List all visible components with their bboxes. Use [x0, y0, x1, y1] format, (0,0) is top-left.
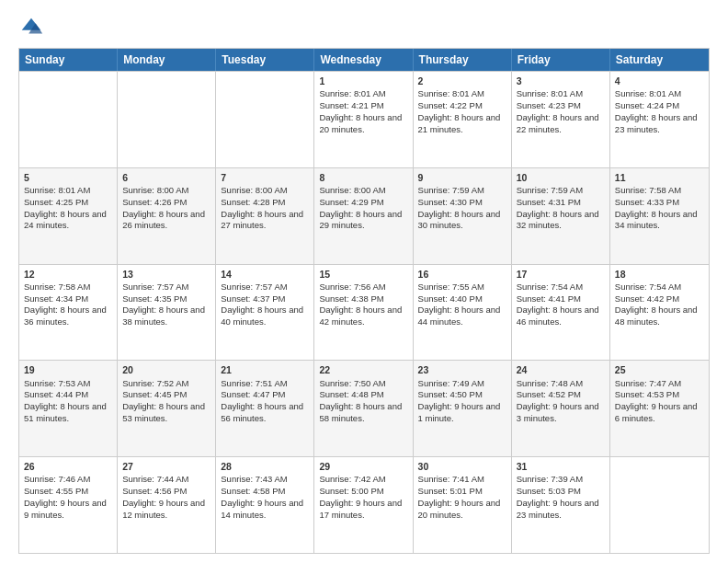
sunrise-text: Sunrise: 7:59 AM	[517, 185, 605, 197]
day-number: 8	[319, 171, 407, 184]
day-number: 18	[615, 268, 704, 281]
sunrise-text: Sunrise: 8:00 AM	[221, 185, 309, 197]
calendar-cell: 16Sunrise: 7:55 AMSunset: 4:40 PMDayligh…	[414, 265, 512, 361]
daylight-text: Daylight: 8 hours and 23 minutes.	[615, 112, 704, 136]
sunset-text: Sunset: 4:53 PM	[615, 389, 704, 401]
calendar-cell: 13Sunrise: 7:57 AMSunset: 4:35 PMDayligh…	[118, 265, 216, 361]
sunrise-text: Sunrise: 7:51 AM	[221, 378, 309, 390]
logo	[18, 15, 48, 40]
calendar-cell	[216, 72, 314, 167]
daylight-text: Daylight: 9 hours and 17 minutes.	[319, 498, 407, 522]
day-number: 2	[418, 75, 506, 87]
sunrise-text: Sunrise: 8:00 AM	[319, 185, 407, 197]
page: SundayMondayTuesdayWednesdayThursdayFrid…	[0, 0, 728, 563]
day-number: 22	[319, 363, 407, 376]
sunset-text: Sunset: 4:35 PM	[122, 293, 210, 305]
header-day: Friday	[512, 49, 610, 71]
calendar-cell: 30Sunrise: 7:41 AMSunset: 5:01 PMDayligh…	[414, 457, 512, 553]
calendar-cell: 2Sunrise: 8:01 AMSunset: 4:22 PMDaylight…	[414, 72, 512, 167]
calendar-row: 12Sunrise: 7:58 AMSunset: 4:34 PMDayligh…	[19, 264, 709, 361]
day-number: 23	[418, 363, 506, 376]
daylight-text: Daylight: 8 hours and 26 minutes.	[122, 209, 210, 233]
sunrise-text: Sunrise: 7:41 AM	[418, 474, 506, 486]
sunset-text: Sunset: 4:33 PM	[615, 197, 704, 209]
calendar-header: SundayMondayTuesdayWednesdayThursdayFrid…	[19, 49, 709, 71]
calendar-row: 1Sunrise: 8:01 AMSunset: 4:21 PMDaylight…	[19, 71, 709, 167]
sunset-text: Sunset: 4:55 PM	[24, 486, 112, 498]
sunset-text: Sunset: 4:38 PM	[319, 293, 407, 305]
sunset-text: Sunset: 4:28 PM	[221, 197, 309, 209]
sunset-text: Sunset: 4:30 PM	[418, 197, 506, 209]
day-number: 3	[517, 75, 605, 87]
daylight-text: Daylight: 8 hours and 21 minutes.	[418, 112, 506, 136]
calendar-cell: 1Sunrise: 8:01 AMSunset: 4:21 PMDaylight…	[314, 72, 413, 167]
calendar-cell: 4Sunrise: 8:01 AMSunset: 4:24 PMDaylight…	[610, 72, 709, 167]
day-number: 16	[418, 268, 506, 281]
calendar-cell	[610, 457, 709, 553]
sunset-text: Sunset: 4:48 PM	[319, 389, 407, 401]
day-number: 25	[615, 363, 704, 376]
sunset-text: Sunset: 4:47 PM	[221, 389, 309, 401]
calendar-cell: 8Sunrise: 8:00 AMSunset: 4:29 PMDaylight…	[314, 168, 413, 264]
calendar-cell: 17Sunrise: 7:54 AMSunset: 4:41 PMDayligh…	[512, 265, 610, 361]
day-number: 28	[221, 460, 309, 473]
daylight-text: Daylight: 9 hours and 14 minutes.	[221, 498, 309, 522]
sunrise-text: Sunrise: 7:54 AM	[517, 282, 605, 293]
calendar-cell: 25Sunrise: 7:47 AMSunset: 4:53 PMDayligh…	[610, 361, 709, 456]
calendar-cell: 23Sunrise: 7:49 AMSunset: 4:50 PMDayligh…	[414, 361, 512, 456]
day-number: 13	[122, 268, 210, 281]
daylight-text: Daylight: 8 hours and 24 minutes.	[24, 209, 112, 233]
daylight-text: Daylight: 8 hours and 53 minutes.	[122, 401, 210, 425]
header-day: Sunday	[19, 49, 118, 71]
calendar-cell: 20Sunrise: 7:52 AMSunset: 4:45 PMDayligh…	[118, 361, 216, 456]
sunrise-text: Sunrise: 7:58 AM	[615, 185, 704, 197]
daylight-text: Daylight: 8 hours and 44 minutes.	[418, 304, 506, 328]
sunset-text: Sunset: 4:22 PM	[418, 100, 506, 112]
sunset-text: Sunset: 4:31 PM	[517, 197, 605, 209]
calendar-cell: 9Sunrise: 7:59 AMSunset: 4:30 PMDaylight…	[414, 168, 512, 264]
daylight-text: Daylight: 8 hours and 38 minutes.	[122, 304, 210, 328]
calendar-cell: 14Sunrise: 7:57 AMSunset: 4:37 PMDayligh…	[216, 265, 314, 361]
daylight-text: Daylight: 9 hours and 9 minutes.	[24, 498, 112, 522]
day-number: 15	[319, 268, 407, 281]
sunset-text: Sunset: 4:37 PM	[221, 293, 309, 305]
calendar-cell: 26Sunrise: 7:46 AMSunset: 4:55 PMDayligh…	[19, 457, 118, 553]
daylight-text: Daylight: 8 hours and 56 minutes.	[221, 401, 309, 425]
daylight-text: Daylight: 8 hours and 27 minutes.	[221, 209, 309, 233]
header-day: Thursday	[414, 49, 512, 71]
daylight-text: Daylight: 9 hours and 20 minutes.	[418, 498, 506, 522]
calendar-cell: 7Sunrise: 8:00 AMSunset: 4:28 PMDaylight…	[216, 168, 314, 264]
calendar-cell: 27Sunrise: 7:44 AMSunset: 4:56 PMDayligh…	[118, 457, 216, 553]
day-number: 20	[122, 363, 210, 376]
sunset-text: Sunset: 4:50 PM	[418, 389, 506, 401]
daylight-text: Daylight: 9 hours and 1 minute.	[418, 401, 506, 425]
calendar-cell: 6Sunrise: 8:00 AMSunset: 4:26 PMDaylight…	[118, 168, 216, 264]
calendar-row: 5Sunrise: 8:01 AMSunset: 4:25 PMDaylight…	[19, 167, 709, 264]
calendar-cell: 21Sunrise: 7:51 AMSunset: 4:47 PMDayligh…	[216, 361, 314, 456]
daylight-text: Daylight: 8 hours and 36 minutes.	[24, 304, 112, 328]
sunrise-text: Sunrise: 7:43 AM	[221, 474, 309, 486]
day-number: 31	[517, 460, 605, 473]
sunset-text: Sunset: 4:56 PM	[122, 486, 210, 498]
sunrise-text: Sunrise: 7:49 AM	[418, 378, 506, 390]
daylight-text: Daylight: 8 hours and 20 minutes.	[319, 112, 407, 136]
calendar-body: 1Sunrise: 8:01 AMSunset: 4:21 PMDaylight…	[19, 71, 709, 553]
day-number: 27	[122, 460, 210, 473]
day-number: 30	[418, 460, 506, 473]
daylight-text: Daylight: 8 hours and 48 minutes.	[615, 304, 704, 328]
day-number: 29	[319, 460, 407, 473]
sunset-text: Sunset: 4:58 PM	[221, 486, 309, 498]
sunrise-text: Sunrise: 8:01 AM	[24, 185, 112, 197]
calendar-cell: 5Sunrise: 8:01 AMSunset: 4:25 PMDaylight…	[19, 168, 118, 264]
calendar-cell: 24Sunrise: 7:48 AMSunset: 4:52 PMDayligh…	[512, 361, 610, 456]
header-day: Wednesday	[314, 49, 413, 71]
logo-icon	[18, 15, 44, 40]
header-day: Saturday	[610, 49, 709, 71]
daylight-text: Daylight: 9 hours and 6 minutes.	[615, 401, 704, 425]
sunrise-text: Sunrise: 8:01 AM	[418, 88, 506, 100]
calendar-cell: 15Sunrise: 7:56 AMSunset: 4:38 PMDayligh…	[314, 265, 413, 361]
header-day: Tuesday	[216, 49, 314, 71]
sunset-text: Sunset: 5:01 PM	[418, 486, 506, 498]
sunrise-text: Sunrise: 7:52 AM	[122, 378, 210, 390]
sunrise-text: Sunrise: 8:00 AM	[122, 185, 210, 197]
